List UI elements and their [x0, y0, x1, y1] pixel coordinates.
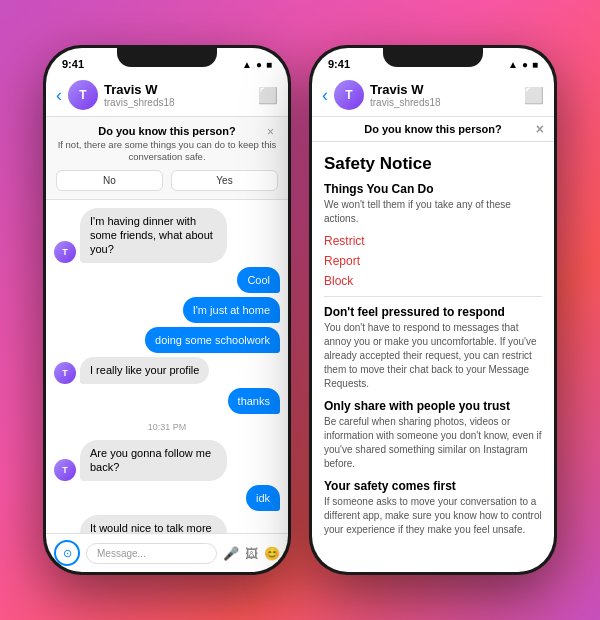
chat-header-1: ‹ T Travis W travis_shreds18 ⬜	[46, 76, 288, 117]
safety-close-button[interactable]: ×	[536, 121, 544, 137]
status-icons-1: ▲ ● ■	[242, 59, 272, 70]
no-button[interactable]: No	[56, 170, 163, 191]
signal-icon: ▲	[242, 59, 252, 70]
table-row: Cool	[54, 267, 280, 293]
wifi-icon-2: ●	[522, 59, 528, 70]
yes-button[interactable]: Yes	[171, 170, 278, 191]
banner-close-1[interactable]: ×	[267, 125, 274, 139]
table-row: T I really like your profile	[54, 357, 280, 383]
time-2: 9:41	[328, 58, 350, 70]
video-call-button-2[interactable]: ⬜	[524, 86, 544, 105]
banner-title-1: Do you know this person?	[56, 125, 278, 137]
contact-name-1: Travis W	[104, 82, 252, 97]
restrict-link[interactable]: Restrict	[324, 234, 542, 248]
banner-text-1: If not, there are some things you can do…	[56, 139, 278, 164]
camera-button[interactable]: ⊙	[54, 540, 80, 566]
block-link[interactable]: Block	[324, 274, 542, 288]
phone-2: 9:41 ▲ ● ■ ‹ T Travis W travis_shreds18 …	[309, 45, 557, 575]
signal-icon-2: ▲	[508, 59, 518, 70]
contact-name-2: Travis W	[370, 82, 518, 97]
list-item: doing some schoolwork	[145, 327, 280, 353]
table-row: I'm just at home	[54, 297, 280, 323]
pressured-desc: You don't have to respond to messages th…	[324, 321, 542, 391]
safety-banner-1: × Do you know this person? If not, there…	[46, 117, 288, 200]
list-item: I'm having dinner with some friends, wha…	[80, 208, 227, 263]
table-row: T I'm having dinner with some friends, w…	[54, 208, 280, 263]
report-link[interactable]: Report	[324, 254, 542, 268]
contact-username-2: travis_shreds18	[370, 97, 518, 108]
table-row: T Are you gonna follow me back?	[54, 440, 280, 481]
battery-icon-2: ■	[532, 59, 538, 70]
avatar-them-1: T	[54, 241, 76, 263]
message-input[interactable]: Message...	[86, 543, 217, 564]
wifi-icon: ●	[256, 59, 262, 70]
avatar-them-2: T	[54, 362, 76, 384]
list-item: idk	[246, 485, 280, 511]
table-row: doing some schoolwork	[54, 327, 280, 353]
back-button-1[interactable]: ‹	[56, 85, 62, 106]
safety-notice-content: Safety Notice Things You Can Do We won't…	[312, 142, 554, 572]
messages-area-1: T I'm having dinner with some friends, w…	[46, 200, 288, 533]
input-bar-1: ⊙ Message... 🎤 🖼 😊	[46, 533, 288, 572]
avatar-2: T	[334, 80, 364, 110]
banner-title-2: Do you know this person?	[364, 123, 502, 135]
avatar-1: T	[68, 80, 98, 110]
list-item: thanks	[228, 388, 280, 414]
safety-notice-banner: Do you know this person? ×	[312, 117, 554, 142]
timestamp-1: 10:31 PM	[54, 422, 280, 432]
avatar-them-3: T	[54, 459, 76, 481]
notch-2	[383, 45, 483, 67]
status-icons-2: ▲ ● ■	[508, 59, 538, 70]
share-title: Only share with people you trust	[324, 399, 542, 413]
things-desc: We won't tell them if you take any of th…	[324, 198, 542, 226]
safety-desc: If someone asks to move your conversatio…	[324, 495, 542, 537]
list-item: Are you gonna follow me back?	[80, 440, 227, 481]
notch	[117, 45, 217, 67]
battery-icon: ■	[266, 59, 272, 70]
chat-header-2: ‹ T Travis W travis_shreds18 ⬜	[312, 76, 554, 117]
table-row: idk	[54, 485, 280, 511]
table-row: T It would nice to talk more :)	[54, 515, 280, 533]
things-title: Things You Can Do	[324, 182, 542, 196]
header-info-2: Travis W travis_shreds18	[370, 82, 518, 108]
phone-1: 9:41 ▲ ● ■ ‹ T Travis W travis_shreds18 …	[43, 45, 291, 575]
input-icon-group: 🎤 🖼 😊	[223, 546, 280, 561]
share-desc: Be careful when sharing photos, videos o…	[324, 415, 542, 471]
list-item: I'm just at home	[183, 297, 280, 323]
pressured-title: Don't feel pressured to respond	[324, 305, 542, 319]
image-icon[interactable]: 🖼	[245, 546, 258, 561]
list-item: Cool	[237, 267, 280, 293]
safety-main-title: Safety Notice	[324, 154, 542, 174]
list-item: I really like your profile	[80, 357, 209, 383]
list-item: It would nice to talk more :)	[80, 515, 227, 533]
table-row: thanks	[54, 388, 280, 414]
header-info-1: Travis W travis_shreds18	[104, 82, 252, 108]
video-call-button-1[interactable]: ⬜	[258, 86, 278, 105]
safety-title: Your safety comes first	[324, 479, 542, 493]
mic-icon[interactable]: 🎤	[223, 546, 239, 561]
safety-button-group: No Yes	[56, 170, 278, 191]
sticker-icon[interactable]: 😊	[264, 546, 280, 561]
divider-1	[324, 296, 542, 297]
back-button-2[interactable]: ‹	[322, 85, 328, 106]
contact-username-1: travis_shreds18	[104, 97, 252, 108]
time-1: 9:41	[62, 58, 84, 70]
